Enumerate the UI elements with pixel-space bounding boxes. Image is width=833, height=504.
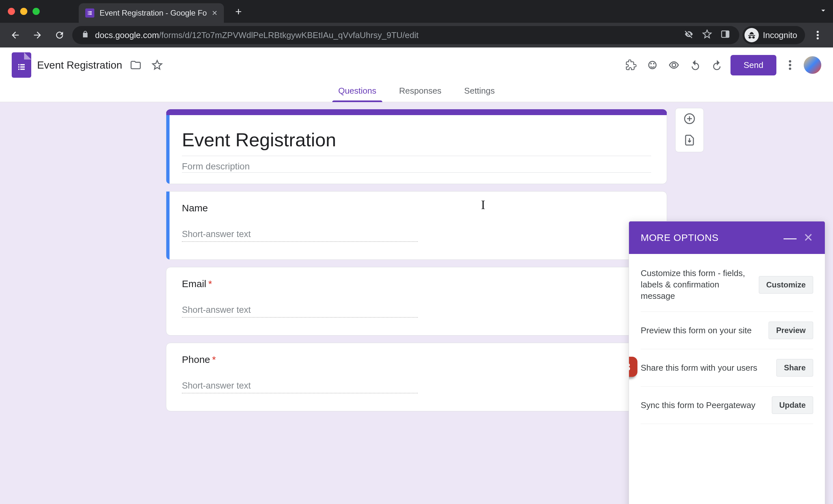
form-title[interactable]: Event Registration xyxy=(182,126,651,156)
customize-button[interactable]: Customize xyxy=(759,276,813,294)
browser-toolbar: docs.google.com/forms/d/12To7mZPVWdlPeLR… xyxy=(0,23,833,48)
question-card[interactable]: Email* Short-answer text xyxy=(166,267,667,335)
addons-icon[interactable] xyxy=(623,57,639,73)
form-title-card[interactable]: Event Registration Form description xyxy=(166,109,667,184)
question-card[interactable]: Name Short-answer text xyxy=(166,191,667,260)
forms-favicon-icon xyxy=(85,8,94,18)
svg-rect-7 xyxy=(726,31,729,37)
svg-rect-11 xyxy=(18,64,20,65)
answer-placeholder: Short-answer text xyxy=(182,381,418,394)
account-avatar[interactable] xyxy=(804,56,821,74)
bookmark-star-icon[interactable] xyxy=(702,29,712,41)
undo-icon[interactable] xyxy=(688,57,703,73)
incognito-indicator[interactable]: Incognito xyxy=(742,26,805,44)
notification-badge: 3 xyxy=(629,357,638,377)
url-path: /forms/d/12To7mZPVWdlPeLRBtkgywKBEtIAu_q… xyxy=(159,30,419,40)
browser-menu-button[interactable] xyxy=(808,26,827,45)
update-button[interactable]: Update xyxy=(772,396,813,414)
import-questions-icon[interactable] xyxy=(684,134,695,147)
option-row: Share this form with your users Share xyxy=(641,349,813,387)
svg-rect-2 xyxy=(88,13,89,13)
question-toolbar xyxy=(675,108,704,152)
add-question-icon[interactable] xyxy=(684,113,695,126)
reload-button[interactable] xyxy=(50,26,69,45)
svg-rect-3 xyxy=(89,13,92,13)
incognito-label: Incognito xyxy=(763,30,797,40)
option-row: Sync this form to Peergateway Update xyxy=(641,387,813,424)
maximize-window-icon[interactable] xyxy=(32,8,40,15)
svg-point-10 xyxy=(817,37,819,40)
svg-point-19 xyxy=(653,63,655,65)
option-text: Customize this form - fields, labels & c… xyxy=(641,268,752,302)
answer-placeholder: Short-answer text xyxy=(182,229,418,242)
browser-tabstrip: Event Registration - Google Fo × + xyxy=(0,0,833,23)
panel-icon[interactable] xyxy=(720,29,730,41)
minimize-window-icon[interactable] xyxy=(20,8,27,15)
window-controls xyxy=(8,8,40,15)
preview-eye-icon[interactable] xyxy=(666,57,682,73)
back-button[interactable] xyxy=(6,26,25,45)
required-icon: * xyxy=(212,354,216,365)
browser-tab[interactable]: Event Registration - Google Fo × xyxy=(79,3,224,23)
option-text: Sync this form to Peergateway xyxy=(641,400,765,411)
app-header: Event Registration Send xyxy=(0,48,833,82)
address-bar[interactable]: docs.google.com/forms/d/12To7mZPVWdlPeLR… xyxy=(72,26,739,44)
form-tabs: Questions Responses Settings xyxy=(0,82,833,102)
svg-point-18 xyxy=(650,63,652,65)
more-options-panel: 3 MORE OPTIONS — ✕ Customize this form -… xyxy=(629,221,825,504)
preview-button[interactable]: Preview xyxy=(768,322,813,339)
close-tab-icon[interactable]: × xyxy=(212,8,217,18)
close-window-icon[interactable] xyxy=(8,8,15,15)
svg-point-22 xyxy=(789,68,791,70)
option-row: Preview this form on your site Preview xyxy=(641,312,813,349)
forward-button[interactable] xyxy=(28,26,47,45)
theme-icon[interactable] xyxy=(645,57,660,73)
tab-settings[interactable]: Settings xyxy=(460,82,499,102)
question-label[interactable]: Name xyxy=(182,203,208,213)
close-panel-icon[interactable]: ✕ xyxy=(803,231,813,245)
svg-rect-0 xyxy=(88,11,89,12)
new-tab-button[interactable]: + xyxy=(232,4,245,18)
text-cursor-icon xyxy=(481,197,482,210)
svg-rect-12 xyxy=(20,64,25,65)
share-button[interactable]: Share xyxy=(777,359,813,377)
svg-point-8 xyxy=(817,31,819,33)
tab-questions[interactable]: Questions xyxy=(334,82,380,102)
svg-rect-13 xyxy=(18,66,20,68)
redo-icon[interactable] xyxy=(709,57,724,73)
svg-rect-5 xyxy=(89,14,92,15)
tab-title: Event Registration - Google Fo xyxy=(100,8,207,18)
question-label[interactable]: Email xyxy=(182,278,206,289)
option-text: Preview this form on your site xyxy=(641,325,762,336)
move-folder-icon[interactable] xyxy=(128,57,143,73)
more-options-title: MORE OPTIONS xyxy=(641,232,718,243)
svg-point-20 xyxy=(789,60,791,62)
star-icon[interactable] xyxy=(149,57,165,73)
question-card[interactable]: Phone* Short-answer text xyxy=(166,343,667,411)
document-title[interactable]: Event Registration xyxy=(37,59,122,71)
active-indicator xyxy=(166,192,169,259)
svg-rect-1 xyxy=(89,11,92,12)
url-domain: docs.google.com xyxy=(95,30,159,40)
more-menu-button[interactable] xyxy=(782,57,798,73)
svg-point-21 xyxy=(789,64,791,66)
tabs-overflow-icon[interactable] xyxy=(819,6,828,17)
lock-icon xyxy=(81,30,89,40)
svg-rect-4 xyxy=(88,14,89,15)
tab-responses[interactable]: Responses xyxy=(395,82,446,102)
hide-eye-icon[interactable] xyxy=(684,29,694,41)
option-text: Share this form with your users xyxy=(641,362,770,374)
forms-logo-icon[interactable] xyxy=(12,52,31,78)
svg-rect-14 xyxy=(20,66,25,68)
required-icon: * xyxy=(208,278,212,289)
incognito-icon xyxy=(744,28,759,42)
svg-point-9 xyxy=(817,34,819,36)
active-indicator xyxy=(166,115,169,184)
forms-app: Event Registration Send xyxy=(0,48,833,504)
minimize-panel-icon[interactable]: — xyxy=(784,230,797,245)
send-button[interactable]: Send xyxy=(731,55,777,75)
svg-rect-15 xyxy=(18,69,20,70)
question-label[interactable]: Phone xyxy=(182,354,210,365)
answer-placeholder: Short-answer text xyxy=(182,305,418,318)
form-description[interactable]: Form description xyxy=(182,156,651,172)
